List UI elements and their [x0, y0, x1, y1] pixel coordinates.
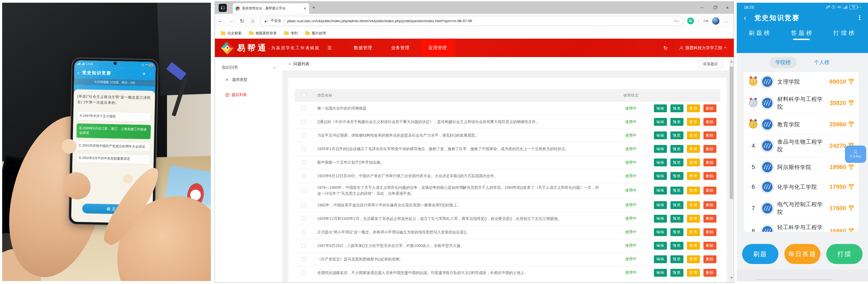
edit-button[interactable]: 编辑 [654, 215, 667, 223]
tab-answer-rank[interactable]: 答题榜 [791, 29, 814, 40]
disable-button[interactable]: 禁用 [687, 131, 700, 139]
leaderboard-row[interactable]: 3 教育学院 25960 [744, 115, 859, 134]
edit-button[interactable]: 编辑 [654, 228, 667, 236]
favorites-list-icon[interactable]: ☆≡ [703, 19, 708, 23]
edit-button[interactable]: 编辑 [654, 131, 667, 139]
subtab-personal-rank[interactable]: 个人榜 [808, 57, 835, 68]
delete-button[interactable]: 删除 [704, 228, 716, 236]
disable-button[interactable]: 禁用 [687, 255, 700, 263]
refresh-button[interactable]: ↻ [237, 18, 247, 24]
header-refresh-icon[interactable]: ↻ [658, 39, 673, 57]
leaderboard-row[interactable]: 6 化学与化工学院 17950 [744, 177, 859, 197]
preview-button[interactable]: 预览 [671, 228, 683, 236]
delete-button[interactable]: 删除 [704, 172, 716, 180]
delete-button[interactable]: 删除 [704, 187, 716, 194]
back-chevron-icon[interactable]: ‹ [744, 14, 746, 21]
disable-button[interactable]: 禁用 [687, 242, 700, 250]
tab-close-icon[interactable]: ✕ [303, 6, 306, 10]
settings-more-icon[interactable]: … [724, 19, 728, 23]
delete-button[interactable]: 删除 [704, 201, 716, 209]
disable-button[interactable]: 禁用 [687, 215, 700, 223]
delete-button[interactable]: 删除 [704, 255, 716, 263]
preview-button[interactable]: 预览 [671, 104, 683, 112]
scrollbar-thumb[interactable] [730, 67, 733, 199]
row-checkbox[interactable] [302, 133, 306, 137]
row-checkbox[interactable] [302, 174, 306, 178]
forward-button[interactable]: → [226, 18, 237, 24]
leaderboard-row[interactable]: 2 材料科学与工程学院 35820 [744, 91, 859, 115]
tab-challenge-rank[interactable]: 打擂榜 [833, 29, 856, 40]
new-tab-button[interactable]: + [312, 5, 315, 10]
add-question-button[interactable]: 添加题目 [698, 60, 723, 68]
scroll-down-arrow[interactable] [730, 277, 733, 280]
close-button[interactable]: × [721, 2, 734, 14]
browser-app-icon[interactable] [219, 4, 227, 12]
personal-center-floating-button[interactable]: 个人中心 [845, 146, 866, 163]
row-checkbox[interactable] [302, 189, 306, 193]
preview-button[interactable]: 预览 [671, 118, 683, 126]
leaderboard-row[interactable]: 5 阿尔斯特学院 19960 [744, 157, 859, 177]
scroll-up-arrow[interactable] [730, 59, 733, 62]
preview-button[interactable]: 预览 [671, 269, 683, 277]
edit-button[interactable]: 编辑 [654, 118, 667, 126]
sidebar-item-question-bank-type[interactable]: 题库类型 [215, 72, 282, 87]
more-menu-icon[interactable]: ⋮ [857, 16, 863, 19]
delete-button[interactable]: 删除 [704, 242, 716, 250]
menu-business-management[interactable]: 业务管理 [383, 39, 417, 57]
preview-button[interactable]: 预览 [671, 215, 683, 223]
bookmark-folder[interactable]: 论文检索 [221, 31, 241, 36]
preview-button[interactable]: 预览 [671, 131, 683, 139]
challenge-button[interactable]: 打擂 [826, 244, 863, 264]
row-checkbox[interactable] [302, 106, 306, 111]
user-menu[interactable]: 陕西科技大学学工部 [673, 39, 734, 57]
row-checkbox[interactable] [302, 147, 306, 151]
menu-data-management[interactable]: 数据管理 [346, 39, 380, 57]
disable-button[interactable]: 禁用 [687, 201, 700, 209]
disable-button[interactable]: 禁用 [687, 269, 700, 277]
row-checkbox[interactable] [302, 230, 306, 234]
disable-button[interactable]: 禁用 [687, 187, 700, 194]
quiz-option[interactable]: D.2002年5月中共中央党校重要讲话 [76, 153, 150, 164]
delete-button[interactable]: 删除 [704, 104, 716, 112]
edit-button[interactable]: 编辑 [654, 255, 667, 263]
edit-button[interactable]: 编辑 [654, 172, 667, 180]
quiz-option[interactable]: A.1997年中共十五大报告 [76, 111, 151, 122]
quiz-option[interactable]: C.2001年庆祝中国共产党成立80周年大会讲话 [76, 140, 151, 152]
menu-app-management[interactable]: 应用管理 [421, 39, 455, 57]
disable-button[interactable]: 禁用 [687, 104, 700, 112]
leaderboard-row[interactable]: 7 电气与控制工程学院 17600 [744, 197, 859, 220]
preview-button[interactable]: 预览 [671, 158, 683, 166]
preview-button[interactable]: 预览 [671, 255, 683, 263]
delete-button[interactable]: 删除 [704, 215, 716, 223]
row-checkbox[interactable] [302, 203, 306, 207]
delete-button[interactable]: 删除 [704, 269, 716, 277]
back-chevron-icon[interactable]: ‹ [78, 70, 79, 75]
disable-button[interactable]: 禁用 [687, 158, 700, 166]
minimize-button[interactable] [695, 2, 708, 14]
home-button[interactable]: ⌂ [247, 18, 258, 24]
preview-button[interactable]: 预览 [671, 201, 683, 209]
row-checkbox[interactable] [302, 160, 306, 164]
hamburger-menu-icon[interactable]: ☰ [328, 45, 332, 51]
address-bar[interactable]: ▲! 不安全 | yiban.sust.edu.cn/v4/public/ind… [260, 16, 683, 26]
row-checkbox[interactable] [302, 120, 306, 124]
restore-button[interactable] [708, 2, 721, 14]
favorite-add-icon[interactable]: ☆₊ [673, 19, 679, 23]
edit-button[interactable]: 编辑 [654, 269, 667, 277]
edit-button[interactable]: 编辑 [654, 242, 667, 250]
browser-tab[interactable]: 系统管理后台 · 易帮通云平台 ✕ [233, 3, 309, 14]
edit-button[interactable]: 编辑 [654, 187, 667, 194]
close-icon[interactable]: ✕ [142, 71, 146, 76]
row-checkbox[interactable] [302, 244, 306, 248]
delete-button[interactable]: 删除 [704, 158, 716, 166]
leaderboard-row[interactable]: 4 食品与生物工程学院 24270 [744, 134, 859, 157]
disable-button[interactable]: 禁用 [687, 145, 700, 153]
disable-button[interactable]: 禁用 [687, 172, 700, 180]
edit-button[interactable]: 编辑 [654, 145, 667, 153]
leaderboard-row[interactable]: 8 轻工科学与工程学院 16860 [744, 220, 859, 232]
quiz-option[interactable]: B.2000年5月在江苏、浙江、上海党建工作座谈会讲话 [76, 123, 151, 139]
back-button[interactable]: ← [215, 18, 226, 24]
preview-button[interactable]: 预览 [671, 187, 683, 194]
practice-button[interactable]: 刷题 [742, 244, 778, 264]
more-menu-icon[interactable]: ⋮ [148, 72, 152, 76]
